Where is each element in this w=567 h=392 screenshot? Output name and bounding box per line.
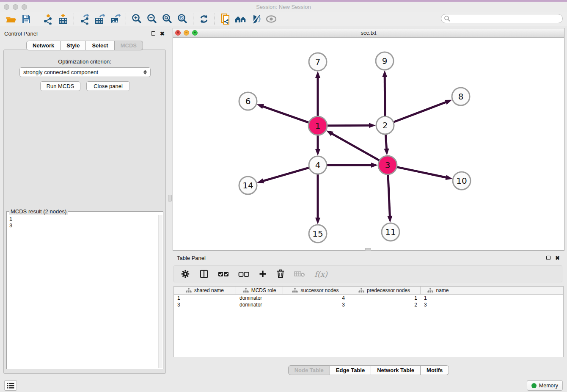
graph-edge-2-9[interactable] bbox=[385, 76, 385, 117]
column-label: successor nodes bbox=[300, 287, 339, 293]
export-image-button[interactable] bbox=[107, 13, 123, 25]
cell-shared-name[interactable]: 3 bbox=[174, 301, 236, 308]
float-panel-button[interactable] bbox=[150, 31, 156, 36]
cell-name[interactable]: 1 bbox=[421, 295, 456, 301]
float-table-panel-button[interactable] bbox=[545, 255, 551, 261]
column-label: MCDS role bbox=[251, 287, 276, 293]
graph-edge-3-10[interactable] bbox=[396, 167, 447, 177]
network-canvas[interactable]: 7968124314101511 bbox=[173, 38, 564, 250]
table-row[interactable]: 3dominator323 bbox=[174, 301, 563, 308]
tab-network[interactable]: Network bbox=[26, 41, 61, 50]
search-input[interactable] bbox=[451, 16, 562, 22]
column-header-shared-name[interactable]: shared name bbox=[174, 287, 236, 294]
graph-node-10[interactable]: 10 bbox=[453, 172, 471, 190]
add-column-button[interactable] bbox=[259, 268, 267, 280]
panel-splitter-grip[interactable] bbox=[168, 195, 172, 202]
graph-node-3[interactable]: 3 bbox=[378, 156, 397, 174]
tab-mcds[interactable]: MCDS bbox=[115, 41, 143, 50]
graph-edge-1-6[interactable] bbox=[262, 106, 310, 123]
cell-successor-nodes[interactable]: 4 bbox=[283, 295, 348, 301]
mcds-result-text[interactable]: 1 3 bbox=[9, 215, 12, 229]
network-window-titlebar[interactable]: ✕ − + scc.txt bbox=[173, 28, 564, 38]
network-from-document-button[interactable] bbox=[218, 13, 233, 25]
select-all-columns-button[interactable] bbox=[218, 268, 229, 280]
zoom-selected-button[interactable] bbox=[175, 13, 190, 25]
table-settings-button[interactable] bbox=[181, 268, 190, 280]
memory-button[interactable]: Memory bbox=[527, 380, 563, 391]
graph-edge-1-2[interactable] bbox=[326, 125, 370, 126]
table-row[interactable]: 1dominator411 bbox=[174, 295, 563, 301]
graph-node-2[interactable]: 2 bbox=[376, 116, 394, 134]
cell-predecessor-nodes[interactable]: 2 bbox=[348, 301, 421, 308]
tab-edge-table[interactable]: Edge Table bbox=[330, 365, 371, 375]
graph-node-6[interactable]: 6 bbox=[239, 92, 257, 110]
column-header-successor-nodes[interactable]: successor nodes bbox=[283, 287, 348, 294]
cell-name[interactable]: 3 bbox=[421, 301, 456, 308]
graph-node-11[interactable]: 11 bbox=[382, 223, 399, 241]
node-label: 11 bbox=[385, 227, 396, 237]
graph-node-9[interactable]: 9 bbox=[376, 52, 394, 70]
tab-network-table[interactable]: Network Table bbox=[371, 365, 421, 375]
zoom-in-button[interactable] bbox=[129, 13, 144, 25]
node-label: 14 bbox=[242, 180, 253, 190]
graph-arrowhead-2-9 bbox=[382, 70, 387, 77]
canvas-resize-grip[interactable] bbox=[365, 248, 371, 251]
control-panel-tabs: NetworkStyleSelectMCDS bbox=[0, 41, 169, 50]
zoom-fit-button[interactable] bbox=[160, 13, 175, 25]
graph-node-8[interactable]: 8 bbox=[452, 88, 470, 105]
import-network-button[interactable] bbox=[40, 13, 55, 25]
delete-table-button[interactable] bbox=[294, 268, 305, 280]
graph-node-14[interactable]: 14 bbox=[239, 177, 257, 194]
import-table-icon bbox=[58, 14, 69, 25]
export-network-button[interactable] bbox=[77, 13, 92, 25]
graph-edge-3-1[interactable] bbox=[331, 133, 380, 161]
import-table-button[interactable] bbox=[55, 13, 71, 25]
cell-predecessor-nodes[interactable]: 1 bbox=[348, 295, 421, 301]
trash-icon bbox=[276, 269, 285, 279]
show-all-button[interactable] bbox=[264, 13, 279, 25]
column-layout-button[interactable] bbox=[199, 268, 209, 280]
column-header-predecessor-nodes[interactable]: predecessor nodes bbox=[348, 287, 421, 294]
tab-node-table[interactable]: Node Table bbox=[288, 365, 330, 375]
node-label: 1 bbox=[315, 121, 321, 131]
graph-edge-2-8[interactable] bbox=[393, 102, 447, 122]
graph-node-15[interactable]: 15 bbox=[309, 225, 327, 243]
refresh-button[interactable] bbox=[196, 13, 212, 25]
search-field[interactable] bbox=[441, 14, 563, 23]
open-session-button[interactable] bbox=[3, 13, 19, 25]
graph-edge-3-11[interactable] bbox=[388, 174, 390, 217]
tab-select[interactable]: Select bbox=[86, 41, 114, 50]
zoom-out-button[interactable] bbox=[144, 13, 160, 25]
result-scrollbar[interactable] bbox=[158, 215, 162, 368]
close-panel-button-mcds[interactable]: Close panel bbox=[86, 81, 130, 91]
close-table-panel-button[interactable]: ✖ bbox=[555, 255, 560, 261]
tab-motifs[interactable]: Motifs bbox=[421, 365, 449, 375]
first-neighbors-button[interactable] bbox=[233, 13, 248, 25]
column-label: name bbox=[436, 287, 449, 293]
cell-shared-name[interactable]: 1 bbox=[174, 295, 236, 301]
column-header-MCDS-role[interactable]: MCDS role bbox=[236, 287, 283, 294]
graph-edge-2-3[interactable] bbox=[385, 133, 386, 149]
function-builder-button[interactable]: f(x) bbox=[314, 268, 328, 280]
network-document-icon bbox=[220, 13, 231, 25]
graph-node-4[interactable]: 4 bbox=[309, 156, 327, 174]
graph-edge-4-14[interactable] bbox=[263, 167, 310, 181]
hide-selected-button[interactable] bbox=[248, 13, 264, 25]
graph-node-7[interactable]: 7 bbox=[309, 53, 327, 71]
task-history-button[interactable] bbox=[4, 380, 17, 391]
tab-style[interactable]: Style bbox=[61, 41, 86, 50]
run-mcds-button[interactable]: Run MCDS bbox=[40, 81, 80, 91]
deselect-columns-button[interactable] bbox=[238, 268, 249, 280]
save-session-button[interactable] bbox=[19, 13, 34, 25]
cell-MCDS-role[interactable]: dominator bbox=[236, 301, 283, 308]
delete-column-button[interactable] bbox=[276, 268, 285, 280]
export-table-button[interactable] bbox=[92, 13, 107, 25]
column-header-name[interactable]: name bbox=[421, 287, 456, 294]
optimization-criterion-dropdown[interactable]: strongly connected component bbox=[19, 67, 151, 77]
graph-node-1[interactable]: 1 bbox=[308, 116, 327, 135]
cell-MCDS-role[interactable]: dominator bbox=[236, 295, 283, 301]
cell-successor-nodes[interactable]: 3 bbox=[283, 301, 348, 308]
node-label: 4 bbox=[315, 160, 321, 170]
graph-arrowhead-1-6 bbox=[257, 104, 264, 109]
close-panel-button[interactable]: ✖ bbox=[160, 31, 165, 36]
